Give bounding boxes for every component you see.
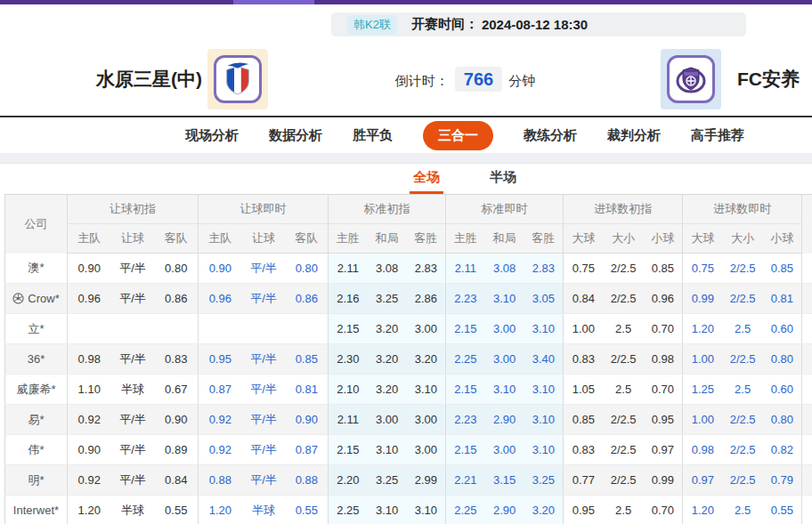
odds-cell: 0.92 [68,465,111,496]
odds-cell: 1.20 [683,496,723,524]
nav-tab-referee-analysis[interactable]: 裁判分析 [607,127,661,144]
odds-table-body: 澳*0.90平/半0.800.90平/半0.802.113.082.832.11… [5,254,812,524]
odds-cell: 3.20 [368,344,407,375]
overflow-cell [802,405,812,435]
odds-cell: 2/2.5 [604,405,644,435]
company-cell[interactable]: 明* [5,465,68,496]
nav-tab-win-draw-loss[interactable]: 胜平负 [353,127,393,144]
sub-header: 让球 [111,224,155,254]
nav-tab-coach-analysis[interactable]: 教练分析 [524,127,577,144]
league-badge[interactable]: 韩K2联 [347,15,397,35]
odds-cell: 2.21 [446,465,485,496]
odds-cell: 0.84 [564,284,604,314]
scope-tabs: 全场 半场 [59,164,812,194]
odds-cell: 0.84 [155,465,199,496]
odds-table-head: 公司让球初指让球即时标准初指标准即时进球数初指进球数即时 主队让球客队主队让球客… [5,195,812,254]
odds-cell: 0.92 [199,435,242,465]
overflow-cell [802,254,812,284]
company-cell[interactable]: 澳* [5,254,68,284]
odds-cell: 0.92 [199,405,242,435]
odds-cell: 3.10 [485,284,524,314]
nav-tab-data-analysis[interactable]: 数据分析 [269,127,322,144]
odds-row: 易*0.92平/半0.900.92平/半0.902.113.003.002.23… [5,405,812,435]
odds-cell: 3.20 [368,314,407,344]
tab-full-match[interactable]: 全场 [410,164,443,194]
odds-cell: 2.15 [446,375,485,405]
odds-cell: 2.11 [446,254,485,284]
odds-cell: 3.10 [524,314,564,344]
main-nav: 现场分析数据分析胜平负三合一教练分析裁判分析高手推荐 [59,117,812,153]
odds-cell: 2/2.5 [723,284,763,314]
odds-cell: 0.95 [199,344,242,375]
away-team-name[interactable]: FC安养 [728,49,808,109]
odds-cell: 平/半 [242,254,286,284]
odds-cell: 3.10 [485,375,524,405]
company-name: Crow* [28,292,59,305]
odds-row: Interwet*1.20半球0.551.20半球0.552.253.103.1… [5,496,812,524]
company-cell[interactable]: 立* [5,314,68,344]
odds-cell: 1.00 [564,314,604,344]
sub-header: 客胜 [524,224,564,254]
countdown: 倒计时：766分钟 [352,49,579,109]
odds-cell: 0.83 [155,344,199,375]
odds-row: 威廉希*1.10半球0.670.87平/半0.812.103.203.102.1… [5,375,812,405]
odds-cell: 1.20 [68,496,111,524]
soccer-ball-icon [12,293,24,304]
odds-cell: 3.00 [407,314,446,344]
odds-cell: 0.82 [763,435,802,465]
odds-cell: 2.16 [329,284,368,314]
odds-cell: 3.10 [368,496,407,524]
odds-cell: 2.30 [329,344,368,375]
countdown-value: 766 [455,67,502,92]
odds-cell: 2.20 [329,465,368,496]
odds-cell: 平/半 [111,344,155,375]
odds-cell: 0.75 [564,254,604,284]
company-cell[interactable]: 易* [5,405,68,435]
teams-row: 水原三星(中) 倒计时：766分钟 [0,49,812,109]
group-header-3: 标准初指 [329,195,446,224]
company-cell[interactable]: Crow* [5,284,68,314]
odds-cell: 2.5 [723,314,763,344]
company-cell[interactable]: Interwet* [5,496,68,524]
odds-cell: 0.55 [155,496,199,524]
odds-cell: 2/2.5 [723,465,763,496]
odds-cell: 0.86 [286,284,329,314]
odds-cell: 0.86 [155,284,199,314]
odds-cell: 1.20 [683,314,723,344]
odds-cell: 2.5 [723,496,763,524]
away-team-logo[interactable] [661,49,721,109]
odds-cell: 3.25 [368,284,407,314]
overflow-cell [802,465,812,496]
tab-half-match[interactable]: 半场 [486,164,520,194]
odds-cell: 2.11 [329,254,368,284]
home-team-logo[interactable] [207,49,268,109]
odds-cell: 2.10 [329,375,368,405]
away-team-crest-icon [667,55,715,103]
odds-cell: 0.88 [199,465,242,496]
group-header-6: 进球数即时 [683,195,802,224]
company-cell[interactable]: 威廉希* [5,375,68,405]
odds-cell: 0.80 [155,254,199,284]
odds-cell: 平/半 [242,465,286,496]
odds-cell: 3.00 [485,344,524,375]
odds-cell: 0.60 [763,314,802,344]
company-cell[interactable]: 伟* [5,435,68,465]
odds-cell: 0.96 [644,284,683,314]
odds-cell: 0.55 [286,496,329,524]
kickoff-time: 2024-08-12 18:30 [482,17,588,32]
odds-row: 伟*0.90平/半0.890.92平/半0.872.153.103.002.15… [5,435,812,465]
odds-cell: 0.90 [286,405,329,435]
overflow-cell [802,435,812,465]
odds-cell: 平/半 [242,344,286,375]
nav-tab-three-in-one[interactable]: 三合一 [423,121,493,150]
odds-cell: 平/半 [111,465,155,496]
odds-row: 澳*0.90平/半0.800.90平/半0.802.113.082.832.11… [5,254,812,284]
odds-cell: 0.85 [763,254,802,284]
odds-cell: 0.80 [286,254,329,284]
odds-cell: 0.88 [286,465,329,496]
odds-cell: 0.90 [68,254,111,284]
nav-tab-expert-picks[interactable]: 高手推荐 [691,127,744,144]
overflow-cell [802,344,812,375]
company-cell[interactable]: 36* [5,344,68,375]
nav-tab-live-analysis[interactable]: 现场分析 [185,127,239,144]
